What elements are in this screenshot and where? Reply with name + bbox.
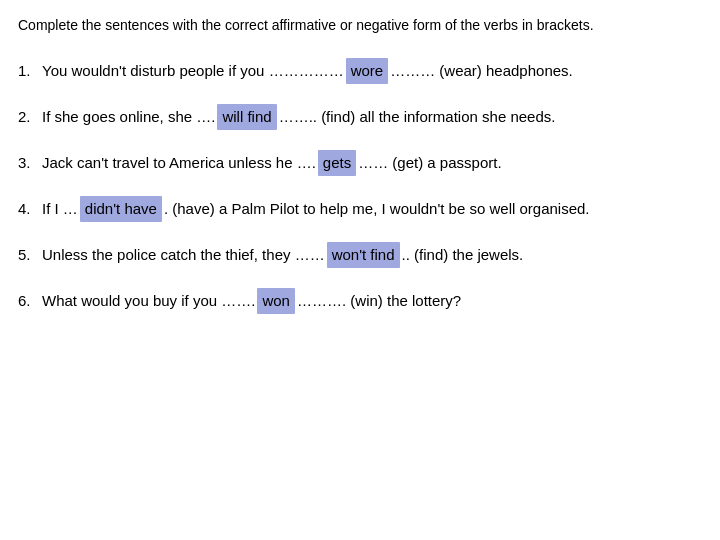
- sentence-part: Unless the police catch the thief, they …: [42, 243, 325, 267]
- highlight-word: wore: [346, 58, 389, 84]
- sentence-text-5: Unless the police catch the thief, they …: [42, 242, 523, 268]
- sentence-part: ……… (wear) headphones.: [390, 59, 573, 83]
- sentence-item-5: Unless the police catch the thief, they …: [18, 242, 702, 268]
- sentence-item-1: You wouldn't disturb people if you ………………: [18, 58, 702, 84]
- sentence-text-2: If she goes online, she ….will find…….. …: [42, 104, 555, 130]
- sentence-part: . (have) a Palm Pilot to help me, I woul…: [164, 197, 590, 221]
- header-text: Complete the sentences with the correct …: [18, 17, 594, 33]
- sentence-part: …… (get) a passport.: [358, 151, 501, 175]
- sentence-part: ………. (win) the lottery?: [297, 289, 461, 313]
- instruction-header: Complete the sentences with the correct …: [18, 16, 702, 36]
- sentence-item-2: If she goes online, she ….will find…….. …: [18, 104, 702, 130]
- sentence-part: …….. (find) all the information she need…: [279, 105, 556, 129]
- sentence-part: What would you buy if you …….: [42, 289, 255, 313]
- highlight-word: will find: [217, 104, 276, 130]
- sentence-part: You wouldn't disturb people if you ……………: [42, 59, 344, 83]
- sentence-text-4: If I …didn't have. (have) a Palm Pilot t…: [42, 196, 590, 222]
- sentence-part: If I …: [42, 197, 78, 221]
- sentence-part: .. (find) the jewels.: [402, 243, 524, 267]
- sentence-item-4: If I …didn't have. (have) a Palm Pilot t…: [18, 196, 702, 222]
- sentence-part: Jack can't travel to America unless he ……: [42, 151, 316, 175]
- sentence-part: If she goes online, she ….: [42, 105, 215, 129]
- highlight-word: won't find: [327, 242, 400, 268]
- sentence-text-3: Jack can't travel to America unless he ……: [42, 150, 502, 176]
- sentence-text-6: What would you buy if you …….won………. (wi…: [42, 288, 461, 314]
- highlight-word: gets: [318, 150, 356, 176]
- sentence-text-1: You wouldn't disturb people if you ………………: [42, 58, 573, 84]
- sentence-item-6: What would you buy if you …….won………. (wi…: [18, 288, 702, 314]
- highlight-word: didn't have: [80, 196, 162, 222]
- sentences-list: You wouldn't disturb people if you ………………: [18, 58, 702, 314]
- sentence-item-3: Jack can't travel to America unless he ……: [18, 150, 702, 176]
- highlight-word: won: [257, 288, 295, 314]
